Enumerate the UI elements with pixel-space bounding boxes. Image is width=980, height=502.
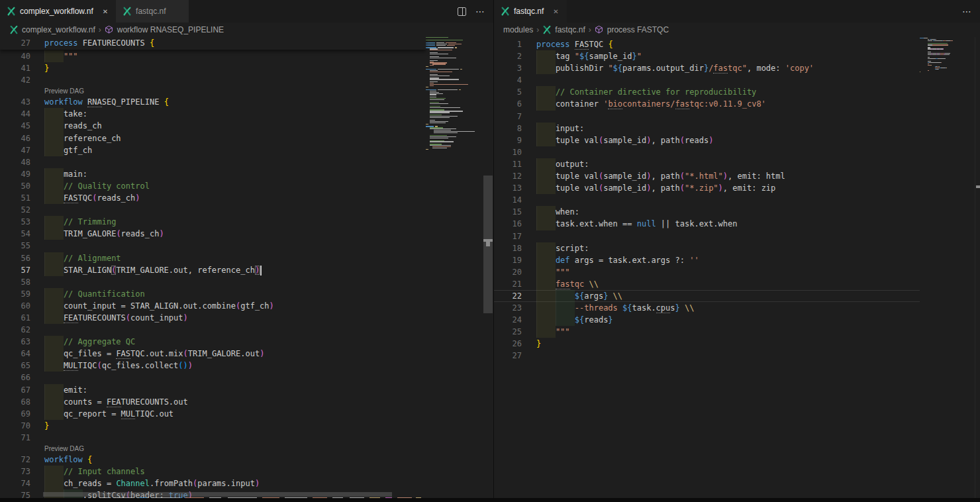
line-number[interactable]: 44: [0, 108, 44, 120]
close-icon[interactable]: ✕: [552, 7, 560, 16]
line-number[interactable]: 62: [0, 324, 44, 336]
line-number[interactable]: 61: [0, 312, 44, 324]
line-number[interactable]: 65: [0, 360, 44, 372]
code-line[interactable]: 73// Input channels: [0, 466, 426, 477]
code-line[interactable]: 63// Aggregate QC: [0, 336, 426, 348]
code-editor-left[interactable]: 40"""41}42Preview DAG43workflow RNASEQ_P…: [0, 37, 493, 502]
code-line[interactable]: 49main:: [0, 168, 426, 180]
code-line[interactable]: 24${reads}: [494, 314, 920, 326]
line-number[interactable]: 59: [0, 288, 44, 300]
line-number[interactable]: 27: [0, 37, 44, 50]
line-number[interactable]: 42: [0, 74, 44, 86]
sticky-scroll-line[interactable]: 27process FEATURECOUNTS {: [0, 37, 426, 50]
horizontal-scrollbar-left[interactable]: [43, 492, 392, 497]
code-line[interactable]: 58: [0, 276, 426, 288]
line-number[interactable]: 52: [0, 204, 44, 216]
line-number[interactable]: 46: [0, 132, 44, 144]
breadcrumb-item-file[interactable]: fastqc.nf: [555, 25, 585, 34]
code-line[interactable]: 48: [0, 156, 426, 168]
code-line[interactable]: 68counts = FEATURECOUNTS.out: [0, 396, 426, 408]
code-line[interactable]: 27process FEATURECOUNTS {: [0, 37, 426, 50]
code-line[interactable]: 7: [494, 111, 920, 123]
line-number[interactable]: 72: [0, 454, 44, 466]
breadcrumb-item-file[interactable]: complex_workflow.nf: [22, 25, 95, 34]
code-line[interactable]: 71: [0, 432, 426, 444]
tab-fastqc-left[interactable]: fastqc.nf ✕: [116, 0, 189, 23]
line-number[interactable]: 11: [494, 158, 536, 170]
code-line[interactable]: 62: [0, 324, 426, 336]
breadcrumb-item-symbol[interactable]: workflow RNASEQ_PIPELINE: [117, 25, 224, 34]
code-line[interactable]: 47gtf_ch: [0, 144, 426, 156]
line-number[interactable]: 49: [0, 168, 44, 180]
vertical-scrollbar-left[interactable]: [483, 37, 493, 502]
code-line[interactable]: 64qc_files = FASTQC.out.mix(TRIM_GALORE.…: [0, 348, 426, 360]
line-number[interactable]: 1: [494, 38, 536, 50]
code-line[interactable]: 61FEATURECOUNTS(count_input): [0, 312, 426, 324]
line-number[interactable]: 48: [0, 156, 44, 168]
code-line[interactable]: 72workflow {: [0, 454, 426, 466]
code-line[interactable]: 42: [0, 74, 426, 86]
more-actions-icon[interactable]: ⋯: [475, 6, 485, 17]
code-line[interactable]: 22${args} \\: [494, 290, 920, 302]
minimap-left[interactable]: [426, 37, 483, 502]
line-number[interactable]: 12: [494, 170, 536, 182]
code-line[interactable]: 54TRIM_GALORE(reads_ch): [0, 228, 426, 240]
code-line[interactable]: 44take:: [0, 108, 426, 120]
line-number[interactable]: 20: [494, 266, 536, 278]
line-number[interactable]: 58: [0, 276, 44, 288]
line-number[interactable]: 27: [494, 350, 536, 362]
code-line[interactable]: 1process FASTQC {: [494, 38, 920, 50]
code-line[interactable]: 15when:: [494, 206, 920, 218]
code-line[interactable]: 25""": [494, 326, 920, 338]
code-line[interactable]: 46reference_ch: [0, 132, 426, 144]
line-number[interactable]: 3: [494, 62, 536, 74]
line-number[interactable]: 7: [494, 111, 536, 123]
line-number[interactable]: 18: [494, 242, 536, 254]
line-number[interactable]: 41: [0, 62, 44, 74]
code-line[interactable]: 3publishDir "${params.output_dir}/fastqc…: [494, 62, 920, 74]
breadcrumb-item-symbol[interactable]: process FASTQC: [607, 25, 669, 34]
code-line[interactable]: 23--threads ${task.cpus} \\: [494, 302, 920, 314]
code-line[interactable]: 20""": [494, 266, 920, 278]
line-number[interactable]: 63: [0, 336, 44, 348]
line-number[interactable]: 51: [0, 192, 44, 204]
code-line[interactable]: 16task.ext.when == null || task.ext.when: [494, 218, 920, 230]
code-line[interactable]: 4: [494, 74, 920, 86]
line-number[interactable]: 22: [494, 290, 536, 302]
more-actions-icon[interactable]: ⋯: [962, 6, 972, 17]
code-line[interactable]: 27: [494, 350, 920, 362]
code-line[interactable]: 59// Quantification: [0, 288, 426, 300]
code-line[interactable]: 60count_input = STAR_ALIGN.out.combine(g…: [0, 300, 426, 312]
line-number[interactable]: 17: [494, 230, 536, 242]
line-number[interactable]: 71: [0, 432, 44, 444]
line-number[interactable]: 10: [494, 146, 536, 158]
line-number[interactable]: 23: [494, 302, 536, 314]
code-line[interactable]: 6container 'biocontainers/fastqc:v0.11.9…: [494, 98, 920, 110]
line-number[interactable]: 55: [0, 240, 44, 252]
line-number[interactable]: 26: [494, 338, 536, 350]
line-number[interactable]: 6: [494, 98, 536, 110]
tab-complex-workflow[interactable]: complex_workflow.nf ✕: [0, 0, 116, 23]
code-line[interactable]: 51FASTQC(reads_ch): [0, 192, 426, 204]
line-number[interactable]: 25: [494, 326, 536, 338]
code-line[interactable]: 52: [0, 204, 426, 216]
line-number[interactable]: 74: [0, 477, 44, 489]
line-number[interactable]: 69: [0, 408, 44, 420]
line-number[interactable]: 15: [494, 206, 536, 218]
code-line[interactable]: 66: [0, 372, 426, 383]
code-line[interactable]: 2tag "${sample_id}": [494, 50, 920, 62]
line-number[interactable]: 70: [0, 420, 44, 432]
line-number[interactable]: 56: [0, 252, 44, 264]
code-line[interactable]: 41}: [0, 62, 426, 74]
code-line[interactable]: 43workflow RNASEQ_PIPELINE {: [0, 96, 426, 108]
line-number[interactable]: 5: [494, 86, 536, 98]
tab-fastqc-right[interactable]: fastqc.nf ✕: [494, 0, 567, 23]
code-line[interactable]: 8input:: [494, 123, 920, 134]
split-editor-icon[interactable]: [458, 7, 466, 16]
line-number[interactable]: 68: [0, 396, 44, 408]
code-line[interactable]: 13tuple val(sample_id), path("*.zip"), e…: [494, 182, 920, 194]
code-line[interactable]: 19def args = task.ext.args ?: '': [494, 254, 920, 266]
close-icon[interactable]: ✕: [101, 7, 109, 16]
line-number[interactable]: 67: [0, 384, 44, 396]
codelens-preview-dag[interactable]: Preview DAG: [0, 444, 426, 454]
